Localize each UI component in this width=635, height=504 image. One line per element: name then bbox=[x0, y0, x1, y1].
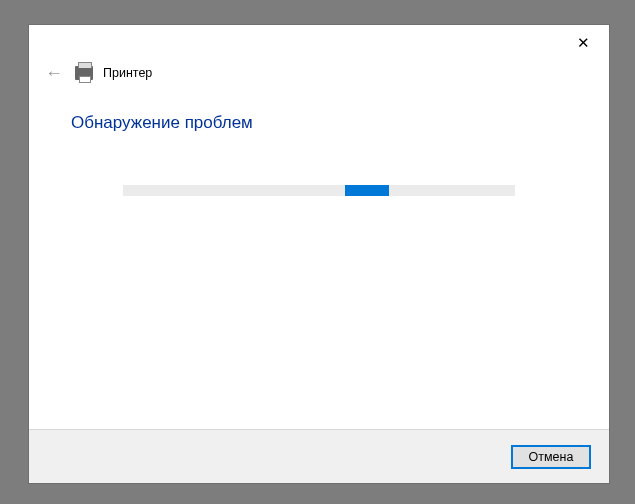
back-arrow-icon: ← bbox=[45, 63, 63, 84]
back-button: ← bbox=[43, 62, 65, 84]
page-heading: Обнаружение проблем bbox=[71, 113, 569, 133]
close-button[interactable]: ✕ bbox=[561, 28, 605, 56]
printer-icon bbox=[75, 66, 93, 80]
backdrop: ✕ ← Принтер Обнаружение проблем Отмена bbox=[0, 0, 635, 504]
content-area: Обнаружение проблем bbox=[29, 87, 609, 429]
progress-chunk bbox=[345, 185, 389, 196]
troubleshooter-window: ✕ ← Принтер Обнаружение проблем Отмена bbox=[28, 24, 610, 484]
titlebar: ✕ bbox=[29, 25, 609, 59]
close-icon: ✕ bbox=[577, 35, 590, 50]
progress-wrap bbox=[69, 185, 569, 196]
window-title: Принтер bbox=[103, 66, 152, 80]
cancel-button[interactable]: Отмена bbox=[511, 445, 591, 469]
footer: Отмена bbox=[29, 429, 609, 483]
progress-bar bbox=[123, 185, 515, 196]
header-row: ← Принтер bbox=[29, 59, 609, 87]
